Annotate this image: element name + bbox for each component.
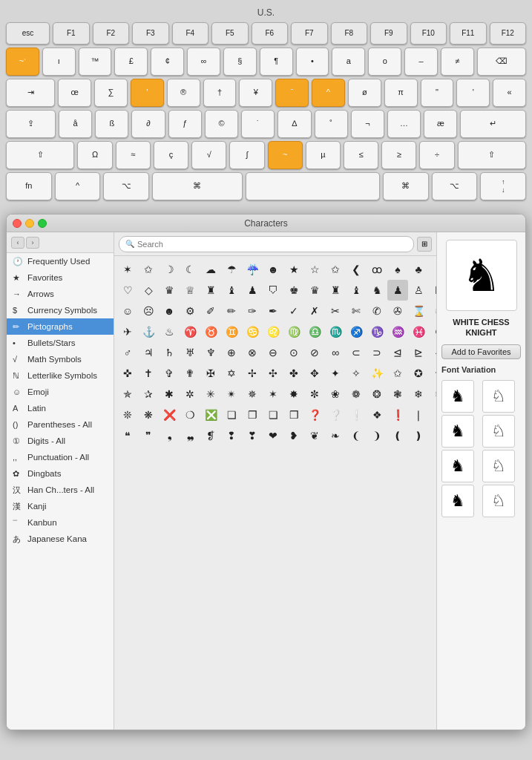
sidebar-item[interactable]: ☺Emoji [7,384,114,400]
key-ae[interactable]: æ [424,110,457,138]
symbol-cell[interactable]: ♞ [367,280,387,301]
key-notmark[interactable]: ¬ [351,110,384,138]
symbol-cell[interactable]: ♡ [117,280,138,301]
symbol-cell[interactable]: ❧ [325,425,346,446]
font-variant-cell[interactable]: ♞ [441,450,474,482]
symbol-cell[interactable]: ❎ [200,404,221,425]
font-variant-cell[interactable]: ♞ [441,380,474,413]
key-guillemet[interactable]: « [493,79,526,107]
key-ellipsis[interactable]: … [387,110,421,138]
symbol-cell[interactable]: ❬ [429,425,436,446]
symbol-cell[interactable]: ❌ [159,404,180,425]
symbol-cell[interactable]: ❤ [263,425,283,446]
symbol-cell[interactable]: ♓ [408,321,429,342]
add-to-favorites-button[interactable]: Add to Favorites [441,344,521,359]
symbol-cell[interactable]: ❅ [429,384,436,404]
symbol-cell[interactable]: ♉ [200,321,221,342]
symbol-cell[interactable]: ✦ [325,363,346,384]
symbol-cell[interactable]: ❕ [346,404,367,425]
symbol-cell[interactable]: ✞ [159,363,180,384]
symbol-cell[interactable]: ✂ [325,301,346,321]
key-dagger[interactable]: † [203,79,237,107]
symbol-cell[interactable]: ✨ [367,363,387,384]
symbol-cell[interactable]: ✼ [304,384,325,404]
key-f1[interactable]: F1 [53,22,90,45]
key-tilde-shift[interactable]: ~ [268,141,303,169]
symbol-cell[interactable]: ♃ [138,342,159,363]
key-sigma[interactable]: ∑ [94,79,128,107]
symbol-cell[interactable]: ⊃ [367,342,387,363]
symbol-cell[interactable]: ❮ [346,259,367,280]
key-copyright[interactable]: © [205,110,238,138]
symbol-cell[interactable]: ♌ [263,321,283,342]
symbol-cell[interactable]: ⊵ [408,342,429,363]
symbol-cell[interactable]: ❢ [221,425,242,446]
sidebar-back-button[interactable]: ‹ [11,237,24,249]
key-tilde[interactable]: ~` [6,48,39,76]
key-ccedilla[interactable]: ç [154,141,188,169]
symbol-cell[interactable]: ✗ [304,301,325,321]
symbol-cell[interactable]: ❠ [180,425,200,446]
symbol-cell[interactable]: ❖ [367,404,387,425]
symbol-cell[interactable]: ❫ [408,425,429,446]
key-caret[interactable]: ^ [312,79,345,107]
key-delta[interactable]: ∆ [278,110,311,138]
sidebar-item[interactable]: ,,Punctuation - All [7,449,114,465]
symbol-cell[interactable]: ❂ [367,384,387,404]
grid-view-button[interactable]: ⊞ [417,237,432,252]
key-dotaccent[interactable]: ˙ [241,110,275,138]
symbol-cell[interactable]: ✶ [117,259,138,280]
symbol-cell[interactable]: ☽ [159,259,180,280]
key-lopt[interactable]: ⌥ [103,172,149,200]
key-pound[interactable]: £ [114,48,148,76]
search-input[interactable] [137,240,407,249]
symbol-cell[interactable]: ❗ [387,404,408,425]
symbol-cell[interactable]: ♅ [180,342,200,363]
sidebar-item[interactable]: ALatin [7,400,114,416]
key-registered[interactable]: ® [167,79,200,107]
symbol-cell[interactable]: ❟ [159,425,180,446]
sidebar-item[interactable]: 🕐Frequently Used [7,253,114,269]
sidebar-item[interactable]: ✿Dingbats [7,465,114,482]
symbol-cell[interactable]: ♏ [325,321,346,342]
font-variant-cell[interactable]: ♘ [482,485,515,517]
symbol-cell[interactable]: ✄ [346,301,367,321]
symbol-cell[interactable]: ❦ [304,425,325,446]
symbol-cell[interactable]: ☐ [429,280,436,301]
key-rcmd[interactable]: ⌘ [383,172,429,200]
symbol-cell[interactable]: ❙ [429,404,436,425]
symbol-cell[interactable]: ✥ [304,363,325,384]
sidebar-item[interactable]: ()Parentheses - All [7,416,114,433]
symbol-cell[interactable]: ꝏ [367,259,387,280]
key-partial[interactable]: ∂ [131,110,165,138]
key-tm[interactable]: ™ [79,48,112,76]
symbol-cell[interactable]: ❍ [180,404,200,425]
symbol-cell[interactable]: ☆ [304,259,325,280]
symbol-cell[interactable]: ❃ [387,384,408,404]
symbol-cell[interactable]: ♆ [200,342,221,363]
sidebar-item[interactable]: 汉Han Ch...ters - All [7,482,114,498]
symbol-cell[interactable]: ✰ [138,384,159,404]
key-ctrl[interactable]: ^ [55,172,101,200]
key-esc[interactable]: esc [6,22,50,45]
key-f3[interactable]: F3 [132,22,169,45]
key-yen[interactable]: ¥ [239,79,272,107]
sidebar-item[interactable]: ㆒Kanbun [7,514,114,531]
symbol-cell[interactable]: ♑ [367,321,387,342]
symbol-cell[interactable]: ∞ [325,342,346,363]
symbol-cell[interactable]: ✢ [242,363,263,384]
symbol-cell[interactable]: ❁ [346,384,367,404]
symbol-cell[interactable]: ♚ [283,280,304,301]
symbol-cell[interactable]: ✆ [367,301,387,321]
symbol-cell[interactable]: ✲ [180,384,200,404]
key-fn[interactable]: fn [6,172,52,200]
symbol-cell[interactable]: ✸ [283,384,304,404]
symbol-cell[interactable]: ☺ [117,301,138,321]
symbol-cell[interactable]: ☹ [138,301,159,321]
symbol-cell[interactable]: ❀ [325,384,346,404]
symbol-cell[interactable]: ✑ [242,301,263,321]
key-mu[interactable]: µ [306,141,341,169]
symbol-cell[interactable]: ✩ [325,259,346,280]
symbol-cell[interactable]: ⊕ [221,342,242,363]
symbol-cell[interactable]: ♜ [325,280,346,301]
